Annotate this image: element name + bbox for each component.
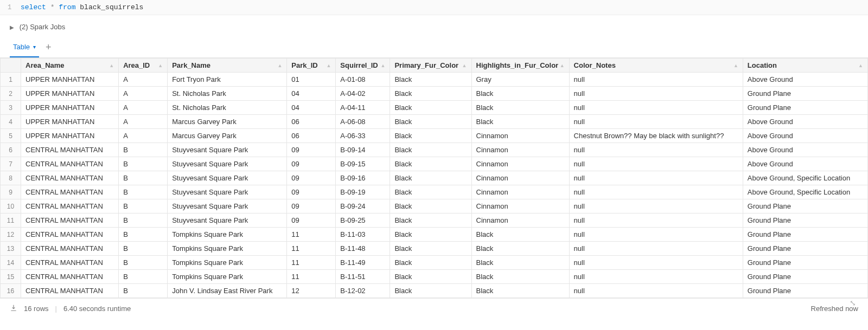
- runtime-label: 6.40 seconds runtime: [63, 305, 131, 313]
- separator: |: [55, 305, 57, 313]
- sort-icon[interactable]: ▲: [380, 63, 385, 68]
- cell-highlights_in_fur_color: Cinnamon: [471, 213, 569, 228]
- cell-park_name: Marcus Garvey Park: [168, 115, 287, 129]
- column-header-color_notes[interactable]: Color_Notes▲: [569, 59, 743, 73]
- column-header-label: Primary_Fur_Color: [394, 61, 458, 69]
- line-number: 1: [8, 4, 21, 11]
- cell-color_notes: null: [569, 87, 743, 101]
- cell-location: Ground Plane: [743, 101, 867, 115]
- column-header-label: Location: [748, 61, 777, 69]
- cell-park_name: Stuyvesant Square Park: [168, 143, 287, 157]
- cell-location: Ground Plane: [743, 256, 867, 270]
- cell-park_id: 11: [287, 256, 336, 270]
- row-number: 4: [1, 115, 21, 129]
- cell-squirrel_id: A-04-11: [336, 101, 390, 115]
- cell-park_id: 04: [287, 101, 336, 115]
- spark-jobs-label: (2) Spark Jobs: [20, 23, 66, 31]
- column-header-location[interactable]: Location▲: [743, 59, 867, 73]
- sort-icon[interactable]: ▲: [326, 63, 331, 68]
- column-header-highlights_in_fur_color[interactable]: Highlights_in_Fur_Color▲: [471, 59, 569, 73]
- column-header-area_id[interactable]: Area_ID▲: [119, 59, 168, 73]
- cell-highlights_in_fur_color: Black: [471, 284, 569, 298]
- cell-area_name: CENTRAL MANHATTAN: [21, 242, 119, 256]
- cell-color_notes: null: [569, 143, 743, 157]
- cell-highlights_in_fur_color: Black: [471, 228, 569, 242]
- sort-icon[interactable]: ▲: [158, 63, 163, 68]
- table-row[interactable]: 5UPPER MANHATTANAMarcus Garvey Park06A-0…: [1, 129, 868, 143]
- table-row[interactable]: 4UPPER MANHATTANAMarcus Garvey Park06A-0…: [1, 115, 868, 129]
- cell-color_notes: Chestnut Brown?? May be black with sunli…: [569, 129, 743, 143]
- row-count-label: 16 rows: [24, 305, 49, 313]
- cell-squirrel_id: B-09-24: [336, 199, 390, 213]
- results-footer: 16 rows | 6.40 seconds runtime Refreshed…: [0, 299, 868, 319]
- cell-park_id: 01: [287, 73, 336, 87]
- cell-highlights_in_fur_color: Black: [471, 242, 569, 256]
- row-number: 14: [1, 256, 21, 270]
- cell-area_id: A: [119, 73, 168, 87]
- sort-icon[interactable]: ▲: [462, 63, 467, 68]
- cell-squirrel_id: B-09-19: [336, 185, 390, 199]
- download-icon[interactable]: [10, 304, 17, 313]
- spark-jobs-toggle[interactable]: ▶ (2) Spark Jobs: [0, 15, 868, 35]
- cell-primary_fur_color: Black: [390, 73, 471, 87]
- cell-park_id: 11: [287, 270, 336, 284]
- table-row[interactable]: 3UPPER MANHATTANASt. Nicholas Park04A-04…: [1, 101, 868, 115]
- table-row[interactable]: 2UPPER MANHATTANASt. Nicholas Park04A-04…: [1, 87, 868, 101]
- column-header-squirrel_id[interactable]: Squirrel_ID▲: [336, 59, 390, 73]
- cell-area_id: A: [119, 115, 168, 129]
- cell-park_name: Tompkins Square Park: [168, 256, 287, 270]
- cell-primary_fur_color: Black: [390, 199, 471, 213]
- cell-area_id: B: [119, 157, 168, 171]
- cell-park_id: 11: [287, 242, 336, 256]
- cell-park_name: Stuyvesant Square Park: [168, 185, 287, 199]
- row-number: 12: [1, 228, 21, 242]
- sql-code-cell[interactable]: 1 select * from black_squirrels: [0, 0, 868, 15]
- cell-park_id: 09: [287, 199, 336, 213]
- table-row[interactable]: 6CENTRAL MANHATTANBStuyvesant Square Par…: [1, 143, 868, 157]
- column-header-label: Park_Name: [172, 61, 210, 69]
- sort-icon[interactable]: ▲: [858, 63, 863, 68]
- column-header-area_name[interactable]: Area_Name▲: [21, 59, 119, 73]
- sort-icon[interactable]: ▲: [560, 63, 565, 68]
- table-row[interactable]: 10CENTRAL MANHATTANBStuyvesant Square Pa…: [1, 199, 868, 213]
- cell-color_notes: null: [569, 256, 743, 270]
- row-number-header: [1, 59, 21, 73]
- cell-park_name: Stuyvesant Square Park: [168, 213, 287, 228]
- cell-color_notes: null: [569, 270, 743, 284]
- cell-area_name: CENTRAL MANHATTAN: [21, 270, 119, 284]
- add-tab-button[interactable]: +: [46, 42, 52, 55]
- table-row[interactable]: 1UPPER MANHATTANAFort Tryon Park01A-01-0…: [1, 73, 868, 87]
- sort-icon[interactable]: ▲: [109, 63, 114, 68]
- column-header-label: Color_Notes: [574, 61, 616, 69]
- cell-area_name: UPPER MANHATTAN: [21, 73, 119, 87]
- table-row[interactable]: 13CENTRAL MANHATTANBTompkins Square Park…: [1, 242, 868, 256]
- tab-table[interactable]: Table ▾: [10, 40, 39, 57]
- cell-area_id: B: [119, 213, 168, 228]
- cell-highlights_in_fur_color: Cinnamon: [471, 171, 569, 185]
- cell-park_id: 09: [287, 213, 336, 228]
- cell-location: Ground Plane: [743, 284, 867, 298]
- table-row[interactable]: 14CENTRAL MANHATTANBTompkins Square Park…: [1, 256, 868, 270]
- cell-squirrel_id: B-11-48: [336, 242, 390, 256]
- sort-icon[interactable]: ▲: [733, 63, 738, 68]
- table-row[interactable]: 7CENTRAL MANHATTANBStuyvesant Square Par…: [1, 157, 868, 171]
- table-row[interactable]: 11CENTRAL MANHATTANBStuyvesant Square Pa…: [1, 213, 868, 228]
- cell-park_name: Stuyvesant Square Park: [168, 199, 287, 213]
- table-row[interactable]: 12CENTRAL MANHATTANBTompkins Square Park…: [1, 228, 868, 242]
- expand-icon[interactable]: ⤡: [850, 299, 856, 307]
- column-header-label: Area_ID: [123, 61, 150, 69]
- cell-location: Above Ground, Specific Location: [743, 171, 867, 185]
- cell-area_name: CENTRAL MANHATTAN: [21, 284, 119, 298]
- table-row[interactable]: 15CENTRAL MANHATTANBTompkins Square Park…: [1, 270, 868, 284]
- row-number: 3: [1, 101, 21, 115]
- sort-icon[interactable]: ▲: [277, 63, 282, 68]
- cell-location: Above Ground: [743, 143, 867, 157]
- table-row[interactable]: 8CENTRAL MANHATTANBStuyvesant Square Par…: [1, 171, 868, 185]
- table-row[interactable]: 9CENTRAL MANHATTANBStuyvesant Square Par…: [1, 185, 868, 199]
- column-header-park_id[interactable]: Park_ID▲: [287, 59, 336, 73]
- table-row[interactable]: 16CENTRAL MANHATTANBJohn V. Lindsay East…: [1, 284, 868, 298]
- caret-right-icon: ▶: [10, 24, 14, 30]
- cell-park_id: 06: [287, 129, 336, 143]
- column-header-park_name[interactable]: Park_Name▲: [168, 59, 287, 73]
- column-header-primary_fur_color[interactable]: Primary_Fur_Color▲: [390, 59, 471, 73]
